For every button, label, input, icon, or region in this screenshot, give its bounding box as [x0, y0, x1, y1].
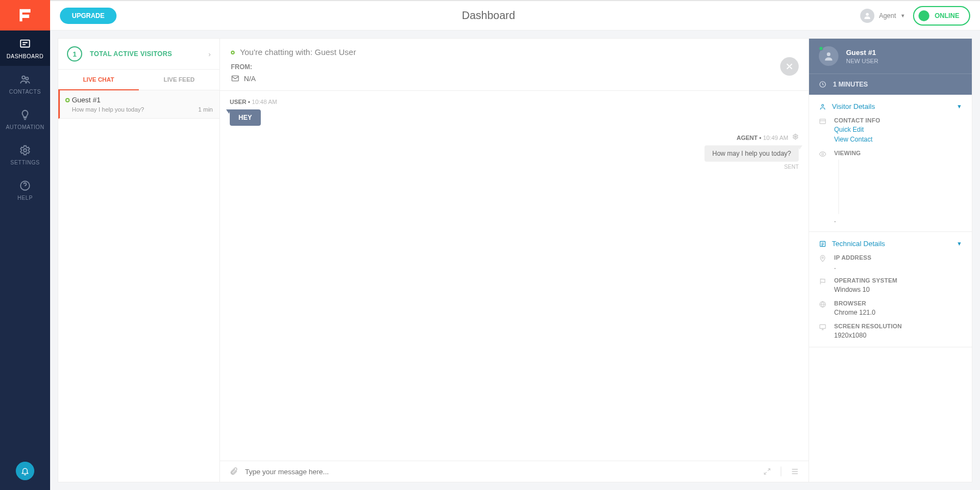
person-icon	[819, 103, 826, 111]
svg-rect-11	[820, 119, 826, 124]
svg-point-7	[795, 136, 797, 138]
row-label: SCREEN RESOLUTION	[834, 323, 902, 329]
message-time: 10:48 AM	[252, 99, 277, 105]
section-title-text: Technical Details	[832, 240, 885, 248]
message-status: SENT	[230, 164, 799, 170]
message-bubble: How may I help you today?	[705, 145, 799, 162]
person-icon	[823, 51, 834, 62]
message-meta: USER • 10:48 AM	[230, 99, 799, 105]
chat-list-item[interactable]: Guest #1 How may I help you today? 1 min	[58, 90, 219, 119]
ip-row: IP ADDRESS .	[819, 254, 962, 271]
brand-icon	[17, 7, 33, 23]
composer	[220, 461, 808, 482]
message-agent: AGENT • 10:49 AM How may I help you toda…	[230, 133, 799, 170]
nav-label: CONTACTS	[9, 89, 41, 95]
active-visitors-header[interactable]: 1 TOTAL ACTIVE VISITORS ›	[58, 39, 219, 70]
message-input[interactable]	[245, 468, 756, 476]
presence-dot-icon	[65, 98, 70, 102]
help-icon	[19, 180, 31, 192]
nav-item-help[interactable]: HELP	[0, 172, 50, 207]
viewing-row: VIEWING .	[819, 150, 962, 224]
flag-icon	[819, 277, 828, 293]
os-row: OPERATING SYSTEM Windows 10	[819, 277, 962, 293]
attach-button[interactable]	[229, 467, 238, 476]
mail-icon	[231, 74, 240, 83]
expand-button[interactable]	[762, 467, 772, 476]
row-label: CONTACT INFO	[834, 117, 880, 124]
chevron-down-icon[interactable]: ▼	[957, 103, 962, 109]
eye-icon	[819, 150, 828, 224]
person-icon	[863, 11, 872, 20]
svg-point-10	[822, 104, 824, 106]
visitor-panel: Guest #1 NEW USER 1 MINUTES Visitor Deta…	[809, 38, 972, 482]
visitor-badge: NEW USER	[846, 58, 878, 64]
message-meta: AGENT • 10:49 AM	[230, 133, 799, 141]
svg-point-5	[866, 13, 869, 15]
section-title[interactable]: Visitor Details ▼	[819, 102, 962, 111]
row-value: .	[834, 263, 872, 271]
quick-edit-link[interactable]: Quick Edit	[834, 126, 880, 133]
from-value-text: N/A	[244, 75, 256, 83]
svg-point-8	[827, 52, 831, 56]
nav-item-automation[interactable]: AUTOMATION	[0, 101, 50, 137]
duration-text: 1 MINUTES	[833, 81, 868, 88]
visitor-header: Guest #1 NEW USER	[809, 39, 972, 74]
view-contact-link[interactable]: View Contact	[834, 136, 880, 143]
visitor-name: Guest #1	[846, 48, 878, 57]
technical-details-section: Technical Details ▼ IP ADDRESS . OPERATI…	[809, 232, 972, 347]
status-label: ONLINE	[935, 12, 959, 20]
monitor-chat-icon	[19, 38, 31, 50]
svg-point-3	[23, 149, 27, 152]
chat-item-name: Guest #1	[72, 96, 212, 104]
composer-tools	[762, 467, 800, 476]
viewing-trail	[838, 160, 839, 214]
chat-item-elapsed: 1 min	[198, 106, 213, 113]
visitor-count-badge: 1	[67, 46, 82, 62]
visitor-details-section: Visitor Details ▼ CONTACT INFO Quick Edi…	[809, 95, 972, 232]
contacts-icon	[19, 74, 31, 85]
message-time: 10:49 AM	[763, 134, 788, 141]
paperclip-icon	[229, 467, 238, 476]
row-value: 1920x1080	[834, 332, 902, 339]
gear-icon	[19, 144, 31, 156]
close-chat-button[interactable]	[780, 57, 799, 76]
nav-item-contacts[interactable]: CONTACTS	[0, 66, 50, 101]
agent-menu[interactable]: Agent ▼	[860, 9, 905, 23]
logo[interactable]	[0, 0, 50, 30]
close-icon	[785, 62, 794, 71]
monitor-icon	[819, 323, 828, 339]
svg-point-2	[26, 77, 28, 80]
agent-name: Agent	[879, 12, 896, 20]
upgrade-button[interactable]: UPGRADE	[60, 8, 117, 24]
nav-item-dashboard[interactable]: DASHBOARD	[0, 30, 50, 66]
chat-item-preview: How may I help you today?	[72, 106, 212, 113]
row-value: .	[834, 216, 962, 224]
nav-item-settings[interactable]: SETTINGS	[0, 137, 50, 172]
message-user: USER • 10:48 AM HEY	[230, 99, 799, 126]
presence-dot-icon	[819, 46, 823, 51]
tab-live-chat[interactable]: LIVE CHAT	[58, 70, 139, 90]
tab-live-feed[interactable]: LIVE FEED	[139, 70, 219, 90]
svg-point-1	[22, 76, 26, 79]
list-icon	[819, 240, 826, 248]
status-toggle[interactable]: ONLINE	[913, 6, 970, 26]
gear-icon[interactable]	[792, 134, 799, 141]
main: 1 TOTAL ACTIVE VISITORS › LIVE CHAT LIVE…	[50, 30, 980, 490]
from-value: N/A	[231, 74, 798, 83]
resolution-row: SCREEN RESOLUTION 1920x1080	[819, 323, 962, 339]
row-value: Windows 10	[834, 286, 897, 293]
contact-info-row: CONTACT INFO Quick Edit View Contact	[819, 117, 962, 143]
visitor-avatar	[819, 46, 838, 66]
row-label: VIEWING	[834, 150, 962, 156]
notifications-button[interactable]	[16, 462, 34, 480]
canned-responses-button[interactable]	[790, 467, 800, 476]
list-icon	[791, 467, 799, 476]
message-list: USER • 10:48 AM HEY AGENT • 10:49 AM How…	[220, 91, 808, 461]
row-label: BROWSER	[834, 300, 875, 307]
nav-label: SETTINGS	[10, 160, 40, 166]
chat-tabs: LIVE CHAT LIVE FEED	[58, 70, 219, 90]
chat-panel: You're chatting with: Guest User FROM: N…	[220, 38, 809, 482]
section-title[interactable]: Technical Details ▼	[819, 240, 962, 248]
expand-icon	[763, 468, 771, 475]
chevron-down-icon[interactable]: ▼	[957, 241, 962, 247]
